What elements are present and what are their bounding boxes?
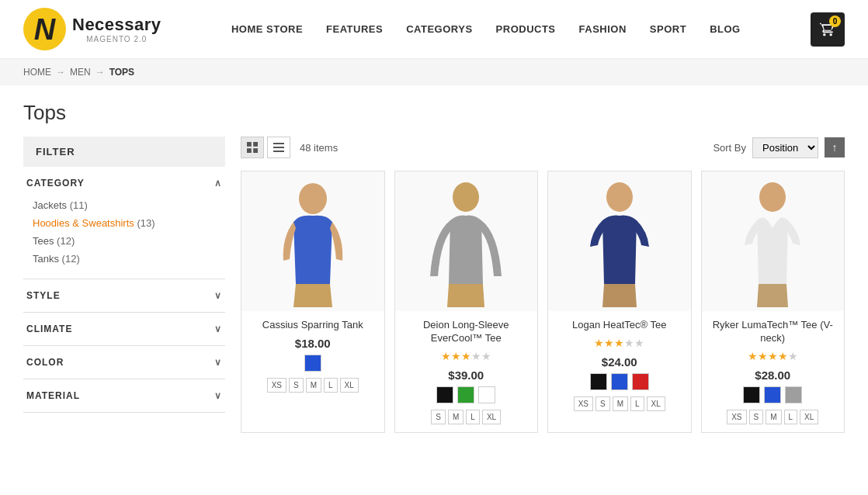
product-card-4: Ryker LumaTech™ Tee (V-neck) ★★★★★ $28.0… [701, 171, 845, 433]
chevron-down-icon-material [214, 390, 222, 401]
product-name-4: Ryker LumaTech™ Tee (V-neck) [708, 319, 838, 345]
nav-products[interactable]: PRODUCTS [496, 23, 556, 35]
product-swatches-1 [248, 355, 378, 372]
header: N Necessary MAGENTO 2.0 HOME STORE FEATU… [0, 0, 868, 59]
sort-direction-button[interactable]: ↑ [825, 137, 845, 158]
filter-material-label: MATERIAL [26, 390, 80, 401]
filter-section-climate: CLIMATE [23, 313, 225, 346]
cart-button[interactable]: 0 [811, 12, 845, 47]
filter-climate-header[interactable]: CLIMATE [23, 324, 225, 334]
size-l-1[interactable]: L [324, 378, 338, 393]
breadcrumb-arrow-1: → [56, 67, 65, 78]
svg-point-10 [759, 182, 786, 212]
size-s-4[interactable]: S [749, 410, 764, 424]
size-l-3[interactable]: L [630, 396, 644, 411]
filter-item-tees[interactable]: Tees (12) [26, 232, 222, 250]
main-nav: HOME STORE FEATURES CATEGORYS PRODUCTS F… [231, 23, 741, 35]
product-info-1: Cassius Sparring Tank $18.00 XS S M L XL [241, 311, 384, 400]
svg-rect-1 [253, 142, 258, 147]
product-image-2 [395, 171, 538, 311]
size-m-1[interactable]: M [306, 378, 321, 393]
filter-style-header[interactable]: STYLE [23, 290, 225, 301]
filter-material-header[interactable]: MATERIAL [23, 390, 225, 401]
product-sizes-2: S M L XL [401, 410, 532, 424]
logo-name: Necessary [72, 15, 161, 35]
breadcrumb: HOME → MEN → TOPS [0, 59, 868, 85]
swatch-red-3[interactable] [632, 373, 649, 390]
filter-item-jackets[interactable]: Jackets (11) [26, 196, 222, 214]
filter-section-color: COLOR [23, 346, 225, 379]
size-xl-1[interactable]: XL [340, 378, 359, 393]
sort-select[interactable]: Position Name Price [752, 137, 818, 158]
size-m-3[interactable]: M [613, 396, 628, 411]
product-price-1: $18.00 [248, 337, 378, 350]
svg-rect-0 [247, 142, 252, 147]
swatch-black-2[interactable] [436, 386, 453, 403]
filter-color-header[interactable]: COLOR [23, 357, 225, 368]
logo[interactable]: N Necessary MAGENTO 2.0 [23, 8, 161, 50]
breadcrumb-home[interactable]: HOME [23, 67, 51, 78]
size-s-1[interactable]: S [289, 378, 304, 393]
chevron-down-icon-color [214, 357, 222, 368]
nav-home-store[interactable]: HOME STORE [231, 23, 303, 35]
filter-category-label: CATEGORY [26, 178, 85, 189]
swatch-green-2[interactable] [457, 386, 474, 403]
grid-icon [247, 142, 258, 153]
filter-item-tanks[interactable]: Tanks (12) [26, 250, 222, 268]
product-price-4: $28.00 [708, 369, 838, 382]
cart-badge: 0 [829, 16, 841, 27]
swatch-blue-4[interactable] [764, 386, 781, 403]
swatch-black-4[interactable] [743, 386, 760, 403]
nav-blog[interactable]: BLOG [710, 23, 741, 35]
svg-point-9 [606, 182, 633, 212]
swatch-black-3[interactable] [590, 373, 607, 390]
swatch-blue-3[interactable] [611, 373, 628, 390]
size-m-4[interactable]: M [766, 410, 781, 424]
chevron-down-icon-climate [214, 324, 222, 334]
svg-rect-2 [247, 148, 252, 153]
nav-sport[interactable]: SPORT [650, 23, 686, 35]
size-xl-3[interactable]: XL [647, 396, 665, 411]
breadcrumb-arrow-2: → [95, 67, 105, 78]
nav-features[interactable]: FEATURES [326, 23, 383, 35]
size-xl-2[interactable]: XL [482, 410, 501, 424]
nav-fashion[interactable]: FASHION [579, 23, 627, 35]
filter-title: FILTER [23, 137, 225, 167]
size-xs-1[interactable]: XS [267, 378, 286, 393]
size-l-2[interactable]: L [466, 410, 480, 424]
size-xs-4[interactable]: XS [727, 410, 746, 424]
svg-point-8 [453, 182, 479, 212]
product-grid: Cassius Sparring Tank $18.00 XS S M L XL [241, 171, 845, 433]
logo-circle: N [23, 8, 66, 50]
product-svg-3 [573, 175, 666, 307]
logo-letter: N [34, 15, 55, 44]
list-view-button[interactable] [267, 137, 290, 158]
swatch-gray-4[interactable] [785, 386, 802, 403]
grid-view-button[interactable] [241, 137, 264, 158]
filter-item-hoodies[interactable]: Hoodies & Sweatshirts (13) [26, 214, 222, 232]
size-s-2[interactable]: S [431, 410, 446, 424]
svg-rect-5 [273, 147, 284, 148]
product-area: 48 items Sort By Position Name Price ↑ [241, 137, 845, 433]
breadcrumb-men[interactable]: MEN [70, 67, 91, 78]
product-info-4: Ryker LumaTech™ Tee (V-neck) ★★★★★ $28.0… [702, 311, 845, 432]
breadcrumb-current: TOPS [109, 67, 134, 78]
product-name-1: Cassius Sparring Tank [248, 319, 378, 332]
swatch-blue-1[interactable] [304, 355, 321, 372]
size-l-4[interactable]: L [784, 410, 798, 424]
product-info-3: Logan HeatTec® Tee ★★★★★ $24.00 XS S M [548, 311, 691, 419]
size-s-3[interactable]: S [595, 396, 610, 411]
product-stars-2: ★★★★★ [401, 350, 532, 362]
product-svg-1 [266, 175, 359, 307]
sidebar-filter: FILTER CATEGORY Jackets (11) Hoodies & S… [23, 137, 225, 433]
filter-section-category: CATEGORY Jackets (11) Hoodies & Sweatshi… [23, 167, 225, 279]
filter-color-label: COLOR [26, 357, 64, 368]
filter-category-header[interactable]: CATEGORY [23, 178, 225, 189]
size-xl-4[interactable]: XL [800, 410, 818, 424]
nav-categorys[interactable]: CATEGORYS [406, 23, 472, 35]
chevron-down-icon-style [214, 290, 222, 301]
swatch-white-2[interactable] [478, 386, 495, 403]
sort-label: Sort By [713, 142, 746, 154]
size-xs-3[interactable]: XS [574, 396, 593, 411]
size-m-2[interactable]: M [448, 410, 464, 424]
